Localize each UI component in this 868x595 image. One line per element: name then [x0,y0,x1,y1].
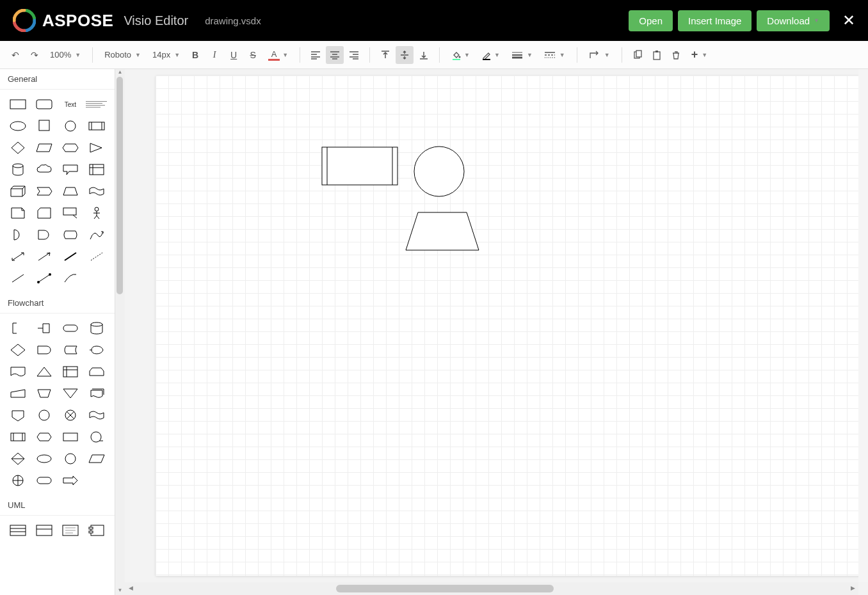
sidebar-scrollbar[interactable]: ▲ ▼ [115,69,125,595]
fc-terminator[interactable] [59,319,83,338]
fc-data[interactable] [84,449,108,468]
fc-decision[interactable] [6,340,30,360]
align-center-button[interactable] [326,46,344,64]
fc-stored-data[interactable] [59,340,83,360]
shape-line-dots[interactable] [33,269,56,288]
shape-cylinder[interactable] [6,160,30,179]
fc-or[interactable] [59,406,83,425]
uml-note[interactable] [59,521,83,540]
canvas-hscroll[interactable]: ◀ ▶ [125,582,858,595]
shape-diamond[interactable] [6,138,30,157]
zoom-dropdown[interactable]: 100%▼ [45,47,86,62]
scroll-down-arrow-icon[interactable]: ▼ [115,587,125,595]
canvas-hscroll-thumb[interactable] [336,585,554,592]
fc-annotation[interactable] [6,319,30,338]
connector-style-dropdown[interactable]: ▼ [584,48,615,62]
palette-header-flowchart[interactable]: Flowchart [0,293,115,313]
canvas-area[interactable]: ◀ ▶ [125,69,868,595]
scroll-right-arrow-icon[interactable]: ▶ [848,585,857,591]
download-button[interactable]: Download ▼ [757,10,830,31]
fc-annotation2[interactable] [33,319,56,338]
redo-button[interactable]: ↷ [26,46,44,64]
uml-component[interactable] [84,521,108,540]
shape-text[interactable]: Text [59,95,83,114]
fc-internal-storage[interactable] [59,362,83,381]
underline-button[interactable]: U [225,46,243,64]
copy-button[interactable] [629,46,647,64]
fc-merge[interactable] [59,384,83,403]
fc-predefined[interactable] [6,427,30,447]
shape-circle[interactable] [59,116,83,136]
paste-button[interactable] [648,46,666,64]
fc-seq-data[interactable] [84,427,108,447]
shape-heading[interactable] [84,95,108,114]
fc-connector[interactable] [33,406,56,425]
canvas-vscroll[interactable] [858,69,868,582]
shape-note[interactable] [6,203,30,223]
valign-bottom-button[interactable] [415,46,433,64]
shape-line-thick[interactable] [59,247,83,266]
fc-loop-limit[interactable] [84,362,108,381]
line-style-dropdown[interactable]: ▼ [506,48,538,62]
fc-terminator2[interactable] [33,471,56,490]
fill-color-dropdown[interactable]: ▼ [446,47,475,63]
shape-rectangle[interactable] [6,95,30,114]
font-size-dropdown[interactable]: 14px▼ [147,47,185,62]
text-color-dropdown[interactable]: A ▼ [263,47,293,63]
shape-triangle[interactable] [84,138,108,157]
fc-document[interactable] [6,362,30,381]
shape-trapezoid[interactable] [59,182,83,201]
shape-step[interactable] [33,182,56,201]
fc-manual-input[interactable] [6,384,30,403]
shape-tape[interactable] [84,182,108,201]
fc-start2[interactable] [59,449,83,468]
valign-top-button[interactable] [376,46,394,64]
palette-header-uml[interactable]: UML [0,495,115,516]
fc-database[interactable] [84,319,108,338]
insert-image-button[interactable]: Insert Image [678,10,751,31]
shape-bi-arrow[interactable] [6,247,30,266]
shape-actor[interactable] [84,203,108,223]
shape-rounded-rect[interactable] [33,95,56,114]
shape-dashed-line[interactable] [84,247,108,266]
shape-ellipse[interactable] [6,116,30,136]
font-family-dropdown[interactable]: Roboto▼ [99,47,146,62]
valign-middle-button[interactable] [396,46,414,64]
uml-class[interactable] [6,521,30,540]
open-button[interactable]: Open [629,10,673,31]
canvas-drawing[interactable] [156,75,834,575]
shape-card[interactable] [33,203,56,223]
fc-transfer[interactable] [59,471,83,490]
align-left-button[interactable] [307,46,325,64]
delete-button[interactable] [667,46,685,64]
fc-sort[interactable] [6,449,30,468]
sidebar-scrollthumb[interactable] [117,77,123,294]
align-right-button[interactable] [345,46,363,64]
shape-arc[interactable] [59,269,83,288]
fc-sum[interactable] [6,471,30,490]
undo-button[interactable]: ↶ [6,46,24,64]
shape-cloud[interactable] [33,160,56,179]
fc-delay[interactable] [33,340,56,360]
shape-and[interactable] [33,225,56,244]
bold-button[interactable]: B [186,46,204,64]
close-button[interactable]: ✕ [842,12,855,29]
uml-class2[interactable] [33,521,56,540]
shape-process[interactable] [84,116,108,136]
fc-tape2[interactable] [84,406,108,425]
shape-callout2[interactable] [59,203,83,223]
add-dropdown[interactable]: + ▼ [686,45,712,64]
canvas-shape-rect[interactable] [322,147,398,185]
shape-internal-storage[interactable] [84,160,108,179]
fc-preparation[interactable] [33,427,56,447]
shape-half-circle-r[interactable] [6,225,30,244]
shape-datastore[interactable] [59,225,83,244]
shape-parallelogram[interactable] [33,138,56,157]
shape-hexagon[interactable] [59,138,83,157]
canvas-shape-trapezoid[interactable] [406,212,479,250]
shape-arrow[interactable] [33,247,56,266]
scroll-up-arrow-icon[interactable]: ▲ [115,69,125,77]
shape-callout[interactable] [59,160,83,179]
shape-square[interactable] [33,116,56,136]
scroll-left-arrow-icon[interactable]: ◀ [126,585,135,591]
